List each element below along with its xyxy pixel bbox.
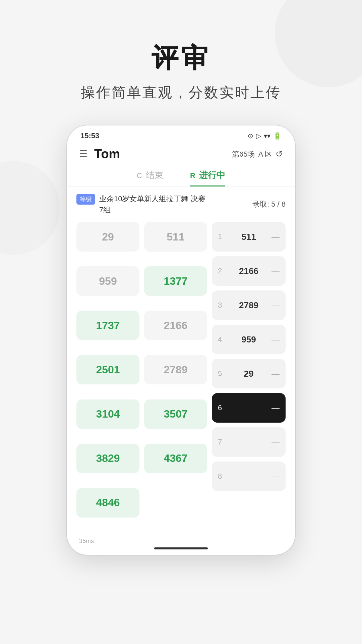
phone-frame: 15:53 ⊙ ▷ ▾▾ 🔋 ☰ Tom 第65场 A 区 ↺ C 结束 xyxy=(67,125,295,555)
num-cell-6[interactable]: 2501 xyxy=(76,355,139,384)
refresh-icon[interactable]: ↺ xyxy=(276,149,283,159)
num-cell-5[interactable]: 2166 xyxy=(144,311,207,340)
num-cell-11[interactable]: 4367 xyxy=(144,444,207,473)
tab-in-progress[interactable]: R 进行中 xyxy=(190,169,225,186)
rank-row-2[interactable]: 2 2166 — xyxy=(212,256,286,286)
rank-dash-1: — xyxy=(272,232,280,241)
grade-badge: 等级 xyxy=(76,194,95,205)
rank-num-8: 8 xyxy=(218,472,226,481)
status-bar: 15:53 ⊙ ▷ ▾▾ 🔋 xyxy=(67,125,295,144)
status-time: 15:53 xyxy=(80,131,99,140)
rank-num-5: 5 xyxy=(218,369,226,378)
bottom-bar: 35ms xyxy=(67,534,295,555)
rank-row-5[interactable]: 5 29 — xyxy=(212,359,286,388)
num-cell-4[interactable]: 1737 xyxy=(76,311,139,340)
num-cell-0[interactable]: 29 xyxy=(76,222,139,252)
wifi-icon: ▾▾ xyxy=(264,132,270,140)
session-label: 第65场 xyxy=(232,149,255,159)
right-rank-list: 1 511 — 2 2166 — 3 2789 — xyxy=(212,222,286,528)
num-cell-10[interactable]: 3829 xyxy=(76,444,139,473)
num-cell-9[interactable]: 3507 xyxy=(144,399,207,429)
event-name-line1: 业余10岁女单新人组拉丁舞 决赛 xyxy=(99,195,205,203)
rank-dash-5: — xyxy=(272,369,280,378)
rank-dash-3: — xyxy=(272,301,280,310)
rank-value-2: 2166 xyxy=(229,266,268,276)
rank-value-3: 2789 xyxy=(229,300,268,311)
home-indicator xyxy=(154,547,208,549)
rank-row-7[interactable]: 7 — xyxy=(212,427,286,457)
rank-row-4[interactable]: 4 959 — xyxy=(212,325,286,354)
event-name: 业余10岁女单新人组拉丁舞 决赛 7组 xyxy=(99,193,205,215)
rank-value-4: 959 xyxy=(229,334,268,345)
admission-info: 录取: 5 / 8 xyxy=(252,199,286,209)
battery-icon: 🔋 xyxy=(273,132,282,140)
rank-dash-4: — xyxy=(272,335,280,344)
hero-subtitle: 操作简单直观，分数实时上传 xyxy=(0,83,362,102)
tab-ended[interactable]: C 结束 xyxy=(137,169,163,186)
status-icons: ⊙ ▷ ▾▾ 🔋 xyxy=(248,132,282,140)
app-title: Tom xyxy=(94,147,232,161)
menu-icon[interactable]: ☰ xyxy=(79,149,87,160)
app-header: ☰ Tom 第65场 A 区 ↺ xyxy=(67,144,295,165)
event-name-line2: 7组 xyxy=(99,206,111,214)
rank-value-1: 511 xyxy=(229,232,268,242)
tab-ended-label: 结束 xyxy=(146,170,163,180)
rank-num-2: 2 xyxy=(218,267,226,275)
header-info: 第65场 A 区 ↺ xyxy=(232,149,283,159)
rank-num-6: 6 xyxy=(218,404,226,412)
event-header: 等级 业余10岁女单新人组拉丁舞 决赛 7组 录取: 5 / 8 xyxy=(76,193,286,215)
play-icon: ▷ xyxy=(256,132,261,140)
tab-ended-prefix: C xyxy=(137,171,142,180)
response-time: 35ms xyxy=(67,538,94,545)
zone-label: A 区 xyxy=(258,149,272,159)
rank-row-1[interactable]: 1 511 — xyxy=(212,222,286,252)
num-cell-2[interactable]: 959 xyxy=(76,266,139,296)
rank-row-8[interactable]: 8 — xyxy=(212,462,286,491)
rank-row-3[interactable]: 3 2789 — xyxy=(212,290,286,320)
tab-progress-label: 进行中 xyxy=(199,170,225,180)
rank-row-6[interactable]: 6 — xyxy=(212,393,286,423)
num-cell-1[interactable]: 511 xyxy=(144,222,207,252)
num-cell-3[interactable]: 1377 xyxy=(144,266,207,296)
num-cell-12[interactable]: 4846 xyxy=(76,488,139,518)
left-number-grid: 29 511 959 1377 1737 2166 2501 2789 3104… xyxy=(76,222,207,528)
tab-bar: C 结束 R 进行中 xyxy=(67,165,295,186)
rank-value-5: 29 xyxy=(229,369,268,379)
main-content: 等级 业余10岁女单新人组拉丁舞 决赛 7组 录取: 5 / 8 29 511 … xyxy=(67,186,295,534)
rank-dash-6: — xyxy=(272,403,280,413)
settings-icon: ⊙ xyxy=(248,132,253,140)
grid-layout: 29 511 959 1377 1737 2166 2501 2789 3104… xyxy=(76,222,286,528)
num-cell-8[interactable]: 3104 xyxy=(76,399,139,429)
rank-num-3: 3 xyxy=(218,301,226,310)
num-cell-7[interactable]: 2789 xyxy=(144,355,207,384)
rank-num-4: 4 xyxy=(218,335,226,344)
tab-progress-prefix: R xyxy=(190,171,195,180)
rank-dash-2: — xyxy=(272,266,280,276)
rank-dash-7: — xyxy=(272,437,280,447)
rank-dash-8: — xyxy=(272,472,280,481)
event-info: 等级 业余10岁女单新人组拉丁舞 决赛 7组 xyxy=(76,193,252,215)
rank-num-1: 1 xyxy=(218,232,226,241)
rank-num-7: 7 xyxy=(218,438,226,446)
